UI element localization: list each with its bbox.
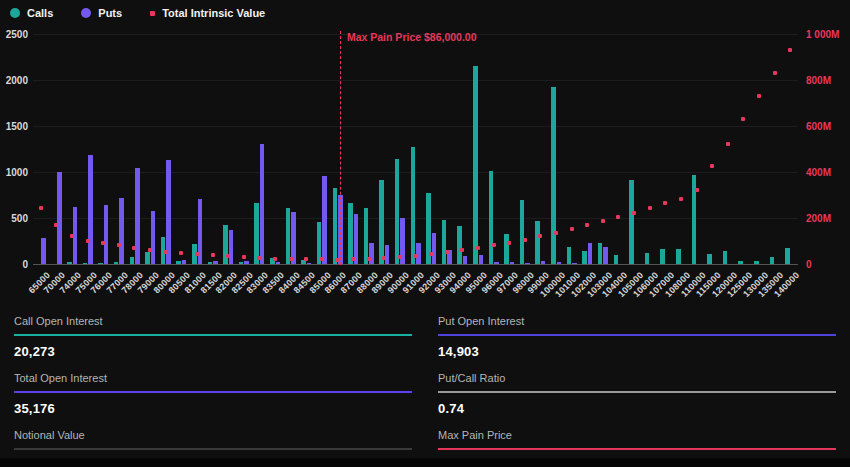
tiv-dot-82500[interactable] — [242, 255, 246, 259]
put-bar-76000[interactable] — [104, 205, 109, 264]
call-bar-99000[interactable] — [535, 221, 540, 264]
tiv-dot-105000[interactable] — [632, 211, 636, 215]
put-bar-95000[interactable] — [479, 255, 484, 264]
put-bar-65000[interactable] — [41, 238, 46, 264]
call-bar-82500[interactable] — [239, 262, 244, 264]
tiv-dot-115000[interactable] — [710, 164, 714, 168]
call-bar-125000[interactable] — [738, 261, 743, 264]
call-bar-94000[interactable] — [457, 226, 462, 264]
legend-item-total-intrinsic-value[interactable]: Total Intrinsic Value — [150, 7, 265, 19]
tiv-dot-94000[interactable] — [460, 248, 464, 252]
tiv-dot-80500[interactable] — [179, 251, 183, 255]
tiv-dot-97000[interactable] — [507, 241, 511, 245]
tiv-dot-84500[interactable] — [304, 257, 308, 261]
tiv-dot-93000[interactable] — [445, 250, 449, 254]
legend-item-calls[interactable]: Calls — [10, 7, 53, 19]
put-bar-98000[interactable] — [525, 263, 530, 264]
call-bar-81500[interactable] — [208, 262, 213, 264]
put-bar-79000[interactable] — [151, 211, 156, 264]
call-bar-79000[interactable] — [145, 252, 150, 264]
put-bar-101000[interactable] — [572, 263, 577, 264]
call-bar-80500[interactable] — [176, 261, 181, 264]
call-bar-77000[interactable] — [114, 262, 119, 264]
tiv-dot-99000[interactable] — [538, 234, 542, 238]
call-bar-86000[interactable] — [333, 188, 338, 264]
put-bar-100000[interactable] — [557, 262, 562, 264]
tiv-dot-107000[interactable] — [663, 201, 667, 205]
tiv-dot-120000[interactable] — [726, 142, 730, 146]
tiv-dot-91000[interactable] — [414, 254, 418, 258]
tiv-dot-96000[interactable] — [492, 243, 496, 247]
call-bar-107000[interactable] — [660, 249, 665, 264]
call-bar-106000[interactable] — [645, 253, 650, 264]
tiv-dot-108000[interactable] — [679, 197, 683, 201]
call-bar-96000[interactable] — [489, 171, 494, 264]
put-bar-70000[interactable] — [57, 172, 62, 264]
call-bar-115000[interactable] — [707, 254, 712, 264]
tiv-dot-89000[interactable] — [382, 256, 386, 260]
put-bar-94000[interactable] — [463, 256, 468, 264]
put-bar-80000[interactable] — [166, 160, 171, 264]
tiv-dot-102000[interactable] — [585, 223, 589, 227]
put-bar-92000[interactable] — [432, 233, 437, 264]
put-bar-75000[interactable] — [88, 155, 93, 264]
tiv-dot-86000[interactable] — [335, 258, 339, 262]
call-bar-130000[interactable] — [754, 261, 759, 264]
tiv-dot-110000[interactable] — [695, 188, 699, 192]
call-bar-98000[interactable] — [520, 200, 525, 264]
call-bar-89000[interactable] — [379, 180, 384, 264]
tiv-dot-106000[interactable] — [648, 206, 652, 210]
call-bar-83000[interactable] — [254, 203, 259, 264]
tiv-dot-98000[interactable] — [523, 238, 527, 242]
call-bar-76000[interactable] — [98, 263, 103, 264]
tiv-dot-82000[interactable] — [226, 254, 230, 258]
tiv-dot-90000[interactable] — [398, 255, 402, 259]
tiv-dot-92000[interactable] — [429, 252, 433, 256]
call-bar-100000[interactable] — [551, 87, 556, 264]
call-bar-95000[interactable] — [473, 66, 478, 264]
call-bar-140000[interactable] — [785, 248, 790, 264]
put-bar-103000[interactable] — [603, 247, 608, 264]
put-bar-77000[interactable] — [119, 198, 124, 264]
call-bar-105000[interactable] — [629, 180, 634, 264]
tiv-dot-75000[interactable] — [86, 239, 90, 243]
put-bar-96000[interactable] — [494, 262, 499, 264]
tiv-dot-103000[interactable] — [601, 219, 605, 223]
put-bar-89000[interactable] — [385, 245, 390, 264]
put-bar-99000[interactable] — [541, 261, 546, 264]
tiv-dot-95000[interactable] — [476, 246, 480, 250]
call-bar-108000[interactable] — [676, 249, 681, 264]
put-bar-85000[interactable] — [322, 176, 327, 264]
put-bar-83500[interactable] — [276, 262, 281, 264]
put-bar-80500[interactable] — [182, 260, 187, 264]
call-bar-87000[interactable] — [348, 203, 353, 264]
legend-item-puts[interactable]: Puts — [81, 7, 122, 19]
call-bar-84000[interactable] — [286, 208, 291, 264]
tiv-dot-87000[interactable] — [351, 257, 355, 261]
call-bar-101000[interactable] — [567, 247, 572, 264]
call-bar-90000[interactable] — [395, 159, 400, 264]
call-bar-88000[interactable] — [364, 208, 369, 264]
tiv-dot-65000[interactable] — [39, 206, 43, 210]
call-bar-93000[interactable] — [442, 220, 447, 264]
call-bar-135000[interactable] — [770, 257, 775, 264]
tiv-dot-88000[interactable] — [367, 257, 371, 261]
tiv-dot-100000[interactable] — [554, 231, 558, 235]
tiv-dot-76000[interactable] — [101, 241, 105, 245]
put-bar-84500[interactable] — [307, 263, 312, 264]
tiv-dot-83000[interactable] — [257, 256, 261, 260]
tiv-dot-85000[interactable] — [320, 257, 324, 261]
put-bar-83000[interactable] — [260, 144, 265, 264]
tiv-dot-83500[interactable] — [273, 257, 277, 261]
tiv-dot-101000[interactable] — [570, 227, 574, 231]
put-bar-97000[interactable] — [510, 262, 515, 264]
tiv-dot-130000[interactable] — [757, 94, 761, 98]
tiv-dot-74000[interactable] — [70, 234, 74, 238]
call-bar-103000[interactable] — [598, 243, 603, 264]
tiv-dot-79000[interactable] — [148, 248, 152, 252]
put-bar-88000[interactable] — [369, 243, 374, 264]
call-bar-97000[interactable] — [504, 234, 509, 264]
call-bar-102000[interactable] — [582, 251, 587, 264]
put-bar-82500[interactable] — [244, 261, 249, 264]
call-bar-91000[interactable] — [411, 147, 416, 264]
